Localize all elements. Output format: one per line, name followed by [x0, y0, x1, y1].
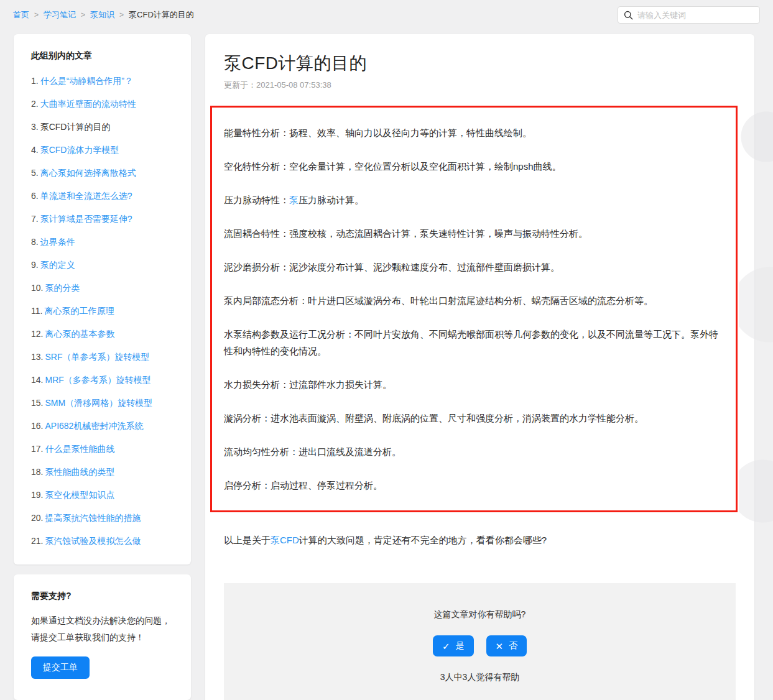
- sidebar-article-item[interactable]: 18.泵性能曲线的类型: [31, 467, 176, 477]
- sidebar-article-link[interactable]: 泵的定义: [40, 260, 75, 270]
- breadcrumb-link[interactable]: 泵CFD计算的目的: [129, 9, 194, 21]
- vote-no-button[interactable]: ✕ 否: [486, 635, 527, 656]
- sidebar-article-link[interactable]: 大曲率近壁面的流动特性: [40, 99, 136, 109]
- sidebar-article-item[interactable]: 15.SMM（滑移网格）旋转模型: [31, 398, 176, 408]
- sidebar-article-link[interactable]: SMM（滑移网格）旋转模型: [45, 398, 152, 408]
- article-paragraph: 漩涡分析：进水池表面漩涡、附壁涡、附底涡的位置、尺寸和强度分析，消涡装置的水力学…: [224, 410, 724, 426]
- item-number: 6.: [31, 191, 39, 201]
- item-number: 9.: [31, 260, 39, 270]
- item-number: 17.: [31, 444, 43, 454]
- sidebar-article-link[interactable]: 什么是泵性能曲线: [45, 444, 114, 454]
- sidebar-article-link[interactable]: 泵CFD流体力学模型: [40, 145, 119, 155]
- close-icon: ✕: [496, 642, 504, 651]
- topbar: 首页 > 学习笔记 > 泵知识 > 泵CFD计算的目的 >: [0, 0, 773, 30]
- sidebar-article-link[interactable]: 单流道和全流道怎么选?: [40, 191, 132, 201]
- sidebar-article-item[interactable]: 3.泵CFD计算的目的: [31, 122, 176, 132]
- submit-ticket-button[interactable]: 提交工单: [31, 656, 90, 679]
- sidebar-article-item[interactable]: 13.SRF（单参考系）旋转模型: [31, 352, 176, 362]
- item-number: 19.: [31, 490, 43, 500]
- sidebar-article-link[interactable]: 泵空化模型知识点: [45, 490, 114, 500]
- sidebar-article-item[interactable]: 2.大曲率近壁面的流动特性: [31, 99, 176, 109]
- support-card: 需要支持? 如果通过文档没办法解决您的问题，请提交工单获取我们的支持！ 提交工单: [14, 574, 191, 700]
- article-paragraph: 流固耦合特性：强度校核，动态流固耦合计算，泵失速特性计算，噪声与振动特性分析。: [224, 225, 724, 242]
- search-icon: [624, 11, 633, 20]
- sidebar-article-item[interactable]: 10.泵的分类: [31, 283, 176, 293]
- article-card: 泵CFD计算的目的 更新于：2021-05-08 07:53:38 能量特性分析…: [205, 34, 754, 700]
- sidebar-article-link[interactable]: API682机械密封冲洗系统: [45, 421, 143, 431]
- sidebar-article-item[interactable]: 21.泵汽蚀试验及模拟怎么做: [31, 536, 176, 546]
- page-title: 泵CFD计算的目的: [224, 52, 736, 75]
- sidebar-heading: 此组别内的文章: [31, 50, 176, 62]
- article-paragraph: 压力脉动特性：泵压力脉动计算。: [224, 191, 724, 208]
- sidebar-article-item[interactable]: 6.单流道和全流道怎么选?: [31, 191, 176, 201]
- annotation-red-box: 能量特性分析：扬程、效率、轴向力以及径向力等的计算，特性曲线绘制。空化特性分析：…: [210, 106, 738, 512]
- search-input[interactable]: [637, 11, 754, 20]
- breadcrumb-link[interactable]: 首页: [13, 9, 29, 21]
- sidebar-article-link[interactable]: 泵的分类: [45, 283, 80, 293]
- sidebar-article-item[interactable]: 14.MRF（多参考系）旋转模型: [31, 375, 176, 385]
- closing-text: 以上是关于: [224, 535, 271, 545]
- sidebar-article-link[interactable]: 泵汽蚀试验及模拟怎么做: [45, 536, 141, 546]
- sidebar-article-item[interactable]: 20.提高泵抗汽蚀性能的措施: [31, 513, 176, 523]
- sidebar-article-item[interactable]: 16.API682机械密封冲洗系统: [31, 421, 176, 431]
- sidebar-article-item[interactable]: 5.离心泵如何选择离散格式: [31, 168, 176, 178]
- item-number: 12.: [31, 329, 43, 339]
- sidebar-article-link[interactable]: 什么是“动静耦合作用”？: [40, 76, 133, 86]
- check-icon: ✓: [442, 642, 450, 651]
- sidebar-article-item[interactable]: 8.边界条件: [31, 237, 176, 247]
- breadcrumb-separator-icon: >: [119, 11, 124, 19]
- sidebar-article-link[interactable]: 泵CFD计算的目的: [40, 122, 111, 132]
- support-text: 如果通过文档没办法解决您的问题，请提交工单获取我们的支持！: [31, 612, 175, 646]
- item-number: 3.: [31, 122, 39, 132]
- sidebar-article-link[interactable]: 泵性能曲线的类型: [45, 467, 114, 477]
- paragraph-text: 能量特性分析：扬程、效率、轴向力以及径向力等的计算，特性曲线绘制。: [224, 127, 532, 138]
- article-paragraph: 流动均匀性分析：进出口流线及流道分析。: [224, 443, 724, 460]
- item-number: 7.: [31, 214, 39, 224]
- sidebar-article-item[interactable]: 19.泵空化模型知识点: [31, 490, 176, 500]
- breadcrumb: 首页 > 学习笔记 > 泵知识 > 泵CFD计算的目的 >: [13, 9, 194, 21]
- breadcrumb-item: 泵CFD计算的目的 >: [129, 9, 194, 21]
- paragraph-text: 流固耦合特性：强度校核，动态流固耦合计算，泵失速特性计算，噪声与振动特性分析。: [224, 228, 588, 239]
- sidebar-article-item[interactable]: 11.离心泵的工作原理: [31, 306, 176, 316]
- feedback-result: 3人中3人觉得有帮助: [224, 672, 736, 683]
- item-number: 2.: [31, 99, 39, 109]
- search-box[interactable]: [618, 6, 760, 24]
- vote-yes-button[interactable]: ✓ 是: [433, 635, 474, 656]
- sidebar-article-link[interactable]: SRF（单参考系）旋转模型: [45, 352, 149, 362]
- vote-buttons: ✓ 是 ✕ 否: [224, 635, 736, 656]
- sidebar-article-item[interactable]: 1.什么是“动静耦合作用”？: [31, 76, 176, 86]
- sidebar-article-link[interactable]: 离心泵的基本参数: [45, 329, 114, 339]
- inline-link[interactable]: 泵: [289, 195, 299, 205]
- sidebar-article-link[interactable]: 离心泵如何选择离散格式: [40, 168, 136, 178]
- item-number: 11.: [31, 306, 42, 316]
- article-list-card: 此组别内的文章 1.什么是“动静耦合作用”？ 2.大曲率近壁面的流动特性 3.泵…: [14, 34, 191, 564]
- sidebar-article-link[interactable]: 边界条件: [40, 237, 75, 247]
- sidebar-article-link[interactable]: MRF（多参考系）旋转模型: [45, 375, 150, 385]
- article-paragraph: 泵内局部流态分析：叶片进口区域漩涡分布、叶轮出口射流尾迹结构分析、蜗壳隔舌区域的…: [224, 292, 724, 309]
- paragraph-text: 泥沙磨损分析：泥沙浓度分布计算、泥沙颗粒速度分布、过流部件壁面磨损计算。: [224, 262, 560, 272]
- inline-link[interactable]: 泵CFD: [271, 535, 299, 545]
- item-number: 16.: [31, 421, 43, 431]
- article-list: 1.什么是“动静耦合作用”？ 2.大曲率近壁面的流动特性 3.泵CFD计算的目的…: [31, 76, 176, 546]
- item-number: 15.: [31, 398, 43, 408]
- sidebar-article-item[interactable]: 12.离心泵的基本参数: [31, 329, 176, 339]
- item-number: 13.: [31, 352, 43, 362]
- breadcrumb-link[interactable]: 学习笔记: [44, 9, 76, 21]
- sidebar-article-item[interactable]: 4.泵CFD流体力学模型: [31, 145, 176, 155]
- article-paragraph: 水泵结构参数及运行工况分析：不同叶片安放角、不同蜗壳喉部面积等几何参数的变化，以…: [224, 326, 724, 359]
- sidebar-article-item[interactable]: 17.什么是泵性能曲线: [31, 444, 176, 454]
- article-paragraph: 空化特性分析：空化余量计算，空化位置分析以及空化面积计算，绘制npsh曲线。: [224, 158, 724, 175]
- sidebar-article-link[interactable]: 提高泵抗汽蚀性能的措施: [45, 513, 141, 523]
- paragraph-text: 空化特性分析：空化余量计算，空化位置分析以及空化面积计算，绘制npsh曲线。: [224, 161, 562, 172]
- paragraph-text: 压力脉动特性：: [224, 195, 289, 205]
- sidebar-article-item[interactable]: 7.泵计算域是否需要延伸?: [31, 214, 176, 224]
- sidebar-article-link[interactable]: 泵计算域是否需要延伸?: [40, 214, 132, 224]
- paragraph-text: 启停分析：启动过程、停泵过程分析。: [224, 480, 382, 490]
- sidebar-article-item[interactable]: 9.泵的定义: [31, 260, 176, 270]
- paragraph-text: 漩涡分析：进水池表面漩涡、附壁涡、附底涡的位置、尺寸和强度分析，消涡装置的水力学…: [224, 413, 644, 423]
- breadcrumb-link[interactable]: 泵知识: [90, 9, 114, 21]
- item-number: 20.: [31, 513, 43, 523]
- item-number: 21.: [31, 536, 43, 546]
- item-number: 10.: [31, 283, 43, 293]
- sidebar-article-link[interactable]: 离心泵的工作原理: [44, 306, 114, 316]
